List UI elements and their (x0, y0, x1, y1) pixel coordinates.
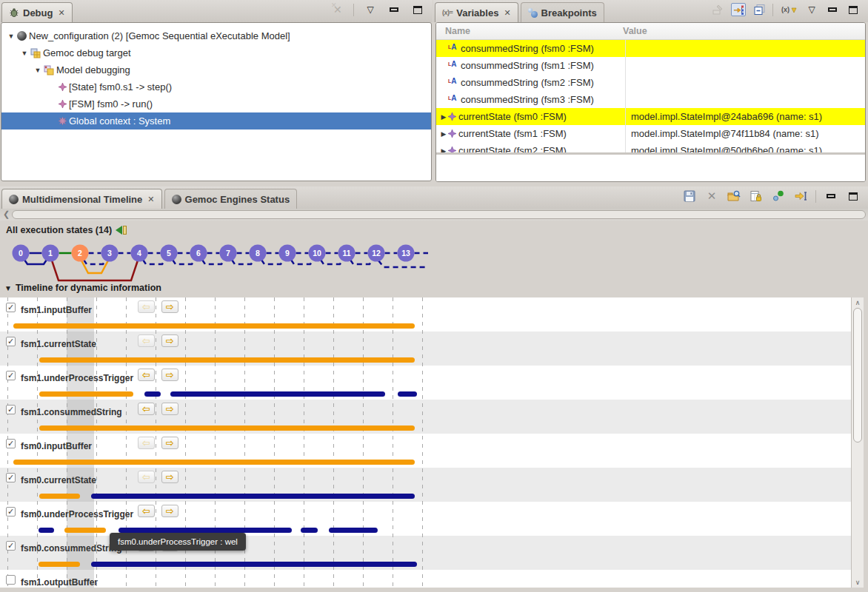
step-backward-button[interactable]: ⇦ (138, 471, 155, 483)
tree-item-label: [FSM] fsm0 -> run() (69, 98, 153, 110)
show-logical-structure-icon[interactable] (710, 3, 725, 16)
column-name[interactable]: Name (436, 26, 616, 36)
close-icon[interactable]: ✕ (504, 8, 510, 18)
collapse-arrow-icon[interactable]: ▼ (19, 50, 30, 57)
save-icon[interactable] (682, 189, 697, 203)
table-header[interactable]: Name Value (436, 23, 865, 40)
step-backward-button[interactable]: ⇦ (138, 300, 155, 313)
variable-row[interactable]: ▶ currentState (fsm0 :FSM) model.impl.St… (436, 108, 865, 125)
step-back-icon[interactable] (116, 226, 127, 235)
step-forward-button[interactable]: ⇨ (161, 471, 178, 483)
row-checkbox[interactable]: ✓ (6, 303, 16, 312)
bug-icon (9, 7, 19, 18)
step-backward-button[interactable]: ⇦ (138, 369, 155, 381)
minimize-icon[interactable] (824, 189, 838, 203)
scroll-down-icon[interactable]: ∨ (852, 577, 864, 588)
svg-text:3: 3 (107, 249, 112, 258)
tab-variables[interactable]: (x)= Variables ✕ (435, 2, 518, 22)
step-backward-button[interactable]: ⇦ (138, 403, 155, 415)
row-checkbox[interactable]: ✓ (6, 507, 16, 517)
lock-window-icon[interactable] (749, 189, 764, 203)
column-value[interactable]: Value (616, 26, 647, 36)
expand-arrow-icon[interactable]: ▶ (439, 130, 448, 138)
tab-breakpoints[interactable]: Breakpoints (521, 2, 604, 22)
row-checkbox[interactable]: ✓ (6, 473, 16, 482)
timeline-toolbar: ✕ (682, 186, 868, 209)
tree-item-stack-frame-state[interactable]: [State] fsm0.s1 -> step() (1, 78, 431, 95)
close-icon[interactable]: ✕ (147, 195, 154, 204)
tab-gemoc-engines-status[interactable]: Gemoc Engines Status (164, 189, 298, 209)
step-backward-button[interactable]: ⇦ (138, 334, 155, 347)
collapse-arrow-icon[interactable]: ▼ (33, 67, 43, 74)
tree-item-label: Global context : System (69, 115, 170, 127)
maximize-icon[interactable] (846, 3, 861, 16)
gemoc-icon (9, 195, 19, 204)
timeline-row: ✓ fsm0.inputBuffer ⇦ ⇨ (0, 434, 851, 468)
execution-states-graph[interactable]: 012345678910111213 (0, 238, 868, 284)
step-forward-button[interactable]: ⇨ (161, 437, 178, 449)
collapse-arrow-icon[interactable]: ▼ (6, 33, 16, 40)
step-backward-button[interactable]: ⇦ (138, 437, 155, 449)
global-context-icon (59, 117, 67, 125)
vertical-scrollbar[interactable]: ∧ ∨ (851, 297, 864, 588)
step-forward-button[interactable]: ⇨ (161, 300, 178, 313)
row-checkbox[interactable] (6, 575, 16, 585)
close-icon[interactable]: ✕ (58, 8, 64, 18)
step-forward-button[interactable]: ⇨ (161, 369, 178, 381)
variable-row[interactable]: ▶ LA consummedString (fsm2 :FSM) (436, 74, 865, 91)
step-forward-button[interactable]: ⇨ (161, 403, 178, 415)
tree-item-stack-frame-fsm[interactable]: [FSM] fsm0 -> run() (1, 95, 431, 112)
remove-all-terminated-icon[interactable]: ✕✕ (331, 4, 344, 16)
minimize-icon[interactable] (387, 3, 401, 16)
svg-text:5: 5 (167, 249, 171, 258)
row-checkbox[interactable]: ✓ (6, 337, 16, 346)
variable-row[interactable]: ▶ currentState (fsm1 :FSM) model.impl.St… (436, 125, 865, 142)
step-backward-button[interactable]: ⇦ (138, 505, 155, 517)
collapse-arrow-icon[interactable]: ▼ (4, 284, 12, 292)
tree-item-model-debugging[interactable]: ▼ Model debugging (1, 61, 431, 78)
scrollbar-track[interactable] (12, 210, 866, 219)
svg-text:(x): (x) (781, 6, 789, 13)
tree-item-label: New_configuration (2) [Gemoc Sequential … (29, 30, 290, 41)
minimize-icon[interactable] (825, 3, 840, 16)
tree-item-debug-target[interactable]: ▼ Gemoc debug target (1, 44, 431, 61)
horizontal-scrollbar[interactable]: ❮ (0, 209, 868, 221)
maximize-icon[interactable] (410, 3, 425, 16)
row-checkbox[interactable]: ✓ (6, 371, 16, 380)
scroll-left-icon[interactable]: ❮ (3, 209, 10, 219)
expand-arrow-icon[interactable]: ▶ (439, 147, 448, 153)
variable-row[interactable]: ▶ LA consummedString (fsm3 :FSM) (436, 91, 865, 108)
expand-arrow-icon[interactable]: ▶ (439, 113, 448, 121)
variable-detail-pane[interactable] (436, 155, 865, 181)
variable-row[interactable]: ▶ currentState (fsm2 :FSM) model.impl.St… (436, 142, 865, 152)
watch-expressions-icon[interactable]: (x) (779, 3, 798, 16)
scrollbar-thumb[interactable] (853, 308, 862, 443)
go-to-state-icon[interactable] (793, 189, 808, 203)
tree-item-global-context[interactable]: Global context : System (1, 112, 431, 130)
layout-tree-icon[interactable] (731, 3, 746, 16)
tab-debug[interactable]: Debug ✕ (1, 2, 73, 22)
new-state-icon[interactable] (771, 189, 786, 203)
variable-row[interactable]: ▶ LA consummedString (fsm0 :FSM) (436, 40, 865, 57)
scroll-up-icon[interactable]: ∧ (852, 297, 864, 308)
load-trace-icon[interactable] (727, 189, 741, 203)
step-forward-button[interactable]: ⇨ (161, 334, 178, 347)
tab-multidimensional-timeline[interactable]: Multidimensional Timeline ✕ (1, 189, 162, 209)
step-forward-button[interactable]: ⇨ (161, 505, 178, 517)
delete-icon[interactable]: ✕ (704, 189, 719, 203)
tab-timeline-label: Multidimensional Timeline (22, 194, 142, 205)
maximize-icon[interactable] (846, 189, 861, 203)
row-checkbox[interactable]: ✓ (6, 541, 16, 551)
toolbar-separator (772, 4, 773, 16)
timeline-rows: ✓ fsm1.inputBuffer ⇦ ⇨ ✓ fsm1.currentSta… (0, 297, 851, 588)
dynamic-timeline-header[interactable]: ▼ Timeline for dynamic information (4, 283, 161, 293)
column-divider[interactable] (625, 40, 626, 152)
gemoc-launch-icon (17, 31, 27, 41)
tree-item-launch-config[interactable]: ▼ New_configuration (2) [Gemoc Sequentia… (1, 27, 431, 44)
view-menu-icon[interactable]: ▽ (804, 3, 819, 16)
view-menu-icon[interactable]: ▽ (363, 3, 378, 16)
row-checkbox[interactable]: ✓ (6, 439, 16, 448)
collapse-all-icon[interactable] (752, 3, 767, 16)
row-checkbox[interactable]: ✓ (6, 405, 16, 414)
variable-row[interactable]: ▶ LA consummedString (fsm1 :FSM) (436, 57, 865, 74)
